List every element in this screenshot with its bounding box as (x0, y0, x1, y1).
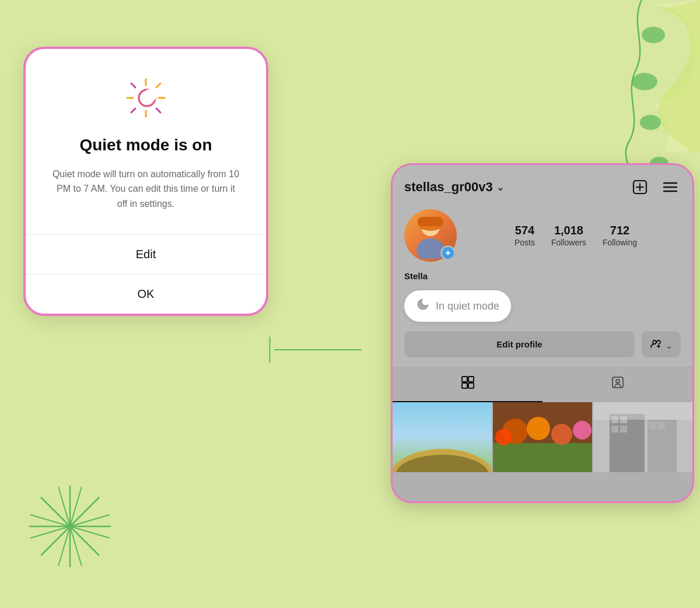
posts-stat[interactable]: 574 Posts (514, 224, 535, 248)
svg-line-2 (41, 497, 99, 556)
svg-line-17 (156, 108, 160, 113)
ig-edit-profile-row: Edit profile ⌄ (404, 331, 681, 367)
svg-line-16 (131, 83, 135, 87)
flowers-photo (493, 402, 592, 472)
svg-rect-56 (620, 426, 627, 433)
tagged-tab[interactable] (542, 367, 692, 402)
dialog-title: Quiet mode is on (47, 135, 245, 155)
edit-profile-button[interactable]: Edit profile (404, 331, 635, 357)
posts-count: 574 (514, 224, 535, 237)
svg-line-6 (30, 515, 110, 538)
svg-line-5 (58, 487, 82, 566)
svg-rect-35 (468, 377, 474, 382)
followers-count: 1,018 (551, 224, 586, 237)
svg-rect-57 (649, 422, 656, 429)
svg-point-9 (632, 73, 657, 90)
svg-line-19 (131, 108, 135, 113)
grid-tab[interactable] (393, 367, 542, 402)
ig-photo-grid (393, 402, 692, 501)
instagram-profile: stellas_gr00v3 ⌄ (391, 163, 694, 503)
svg-rect-59 (593, 402, 692, 420)
svg-rect-37 (468, 383, 474, 388)
bg-vine (554, 0, 671, 175)
bg-starburst (23, 480, 117, 573)
following-count: 712 (603, 224, 637, 237)
add-story-icon[interactable]: + (440, 245, 456, 261)
photo-3[interactable] (593, 402, 692, 501)
tagged-icon (611, 375, 625, 393)
svg-point-46 (527, 417, 550, 440)
svg-point-8 (642, 27, 665, 43)
new-post-icon[interactable] (629, 177, 650, 198)
svg-rect-32 (418, 217, 443, 226)
dialog-description: Quiet mode will turn on automatically fr… (47, 167, 245, 212)
svg-line-18 (156, 83, 160, 87)
landscape-photo (393, 402, 492, 472)
ig-display-name: Stella (404, 271, 681, 281)
ig-username-container: stellas_gr00v3 ⌄ (404, 180, 504, 195)
menu-icon[interactable] (660, 177, 681, 198)
quiet-mode-banner[interactable]: In quiet mode (404, 290, 511, 322)
ig-profile-row: + 574 Posts 1,018 Followers 712 Followin… (404, 209, 681, 262)
svg-point-10 (640, 115, 661, 130)
building-photo (593, 402, 692, 472)
svg-point-39 (616, 379, 620, 383)
following-label: Following (603, 238, 637, 247)
ig-top-icons (629, 177, 681, 198)
grid-icon (461, 375, 475, 393)
svg-point-49 (495, 429, 512, 445)
followers-label: Followers (551, 238, 586, 247)
followers-stat[interactable]: 1,018 Followers (551, 224, 586, 248)
posts-label: Posts (514, 238, 535, 247)
ig-top-bar: stellas_gr00v3 ⌄ (404, 177, 681, 198)
svg-point-48 (573, 421, 592, 440)
quiet-mode-icon (125, 77, 167, 119)
avatar-container[interactable]: + (404, 209, 457, 262)
ig-username-text: stellas_gr00v3 (404, 180, 493, 195)
username-chevron-icon[interactable]: ⌄ (496, 182, 504, 193)
ig-stats: 574 Posts 1,018 Followers 712 Following (471, 224, 681, 248)
svg-point-33 (653, 340, 656, 344)
svg-rect-44 (493, 443, 592, 472)
svg-point-47 (551, 424, 572, 445)
dialog-actions: Edit OK (26, 234, 266, 314)
quiet-mode-dialog: Quiet mode is on Quiet mode will turn on… (23, 47, 268, 316)
bg-blob (537, 0, 700, 152)
svg-rect-34 (462, 377, 467, 382)
discover-people-button[interactable]: ⌄ (642, 331, 681, 357)
quiet-banner-text: In quiet mode (436, 300, 499, 312)
connector-line (260, 332, 376, 367)
svg-line-4 (58, 487, 82, 566)
ok-button[interactable]: OK (26, 275, 266, 314)
edit-button[interactable]: Edit (26, 235, 266, 275)
svg-point-21 (144, 89, 156, 102)
dialog-content: Quiet mode is on Quiet mode will turn on… (26, 49, 266, 211)
svg-point-30 (416, 238, 444, 259)
photo-2[interactable] (493, 402, 592, 501)
following-stat[interactable]: 712 Following (603, 224, 637, 248)
ig-header: stellas_gr00v3 ⌄ (393, 165, 692, 367)
svg-line-3 (41, 497, 99, 556)
ig-tab-bar (393, 367, 692, 402)
svg-rect-36 (462, 383, 467, 388)
svg-rect-55 (611, 426, 618, 433)
photo-1[interactable] (393, 402, 492, 501)
svg-rect-58 (658, 422, 665, 429)
svg-line-7 (30, 515, 110, 538)
quiet-banner-moon-icon (416, 297, 430, 315)
